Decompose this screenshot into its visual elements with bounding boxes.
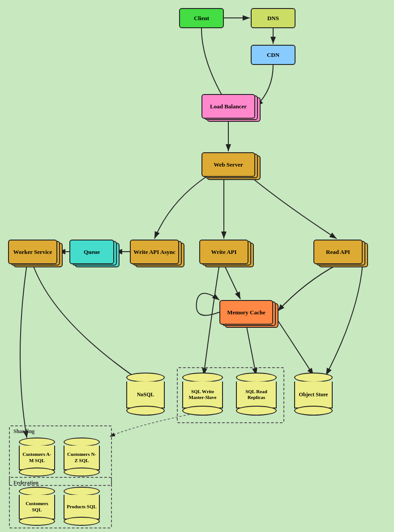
nosql-node: NoSQL	[125, 372, 166, 416]
client-node: Client	[179, 8, 224, 28]
customersAM-node: Customers A-M SQL	[18, 437, 56, 477]
webserver-node: Web Server	[201, 152, 255, 177]
writeapiasync-node: Write API Async	[130, 240, 179, 264]
queue-node: Queue	[69, 240, 114, 264]
objectstore-node: Object Store	[293, 372, 334, 416]
federation-label: Federation	[13, 480, 39, 486]
writeapi-node: Write API	[199, 240, 248, 264]
loadbalancer-node: Load Balancer	[201, 94, 255, 119]
memorycache-node: Memory Cache	[219, 300, 273, 325]
cdn-node: CDN	[251, 45, 296, 65]
diagram-container: Client DNS CDN Load Balancer Web Server …	[0, 0, 394, 532]
readapi-node: Read API	[313, 240, 363, 264]
sqlread-node: SQL Read Replicas	[235, 372, 278, 416]
sqlwrite-node: SQL Write Master-Slave	[181, 372, 224, 416]
customersNZ-node: Customers N-Z SQL	[63, 437, 101, 477]
workerservice-node: Worker Service	[8, 240, 57, 264]
svg-line-7	[224, 264, 240, 299]
productsSQL-node: Products SQL	[63, 486, 101, 527]
sharding-label: Sharding	[13, 428, 34, 435]
customersSQL-node: Customers SQL	[18, 486, 56, 527]
dns-node: DNS	[251, 8, 296, 28]
